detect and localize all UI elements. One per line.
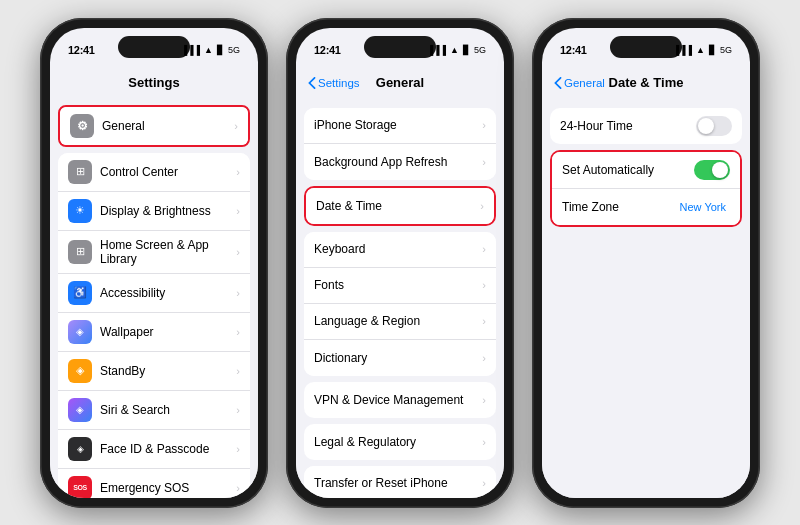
nav-title-3: Date & Time	[609, 75, 684, 90]
settings-item-accessibility[interactable]: ♿ Accessibility ›	[58, 274, 250, 313]
wallpaper-label: Wallpaper	[100, 325, 232, 339]
wifi-icon-2: ▲	[450, 45, 459, 55]
settings-item-general[interactable]: ⚙ General ›	[60, 107, 248, 145]
transfer-label: Transfer or Reset iPhone	[314, 476, 482, 490]
24hour-toggle-knob	[698, 118, 714, 134]
signal-icon: ▐▐▐	[181, 45, 200, 55]
nav-back-label-3: General	[564, 77, 605, 89]
signal-icon-3: ▐▐▐	[673, 45, 692, 55]
settings-list-2[interactable]: iPhone Storage › Background App Refresh …	[296, 102, 504, 498]
set-auto-toggle-knob	[712, 162, 728, 178]
timezone-label: Time Zone	[562, 200, 680, 214]
general-group-4: Legal & Regulatory ›	[304, 424, 496, 460]
24hour-label: 24-Hour Time	[560, 119, 696, 133]
general-chevron: ›	[234, 120, 238, 132]
general-item-fonts[interactable]: Fonts ›	[304, 268, 496, 304]
network-5g-2: 5G	[474, 45, 486, 55]
iphone-storage-label: iPhone Storage	[314, 118, 482, 132]
datetime-group-1: 24-Hour Time	[550, 108, 742, 144]
signal-icon-2: ▐▐▐	[427, 45, 446, 55]
vpn-label: VPN & Device Management	[314, 393, 482, 407]
settings-item-siri[interactable]: ◈ Siri & Search ›	[58, 391, 250, 430]
settings-item-standby[interactable]: ◈ StandBy ›	[58, 352, 250, 391]
sos-label: Emergency SOS	[100, 481, 232, 495]
date-time-highlighted: Date & Time ›	[304, 186, 496, 226]
general-group-2b: Keyboard › Fonts › Language & Region › D…	[304, 232, 496, 376]
battery-icon-3: ▊	[709, 45, 716, 55]
settings-item-sos[interactable]: SOS Emergency SOS ›	[58, 469, 250, 498]
network-label: 5G	[228, 45, 240, 55]
nav-title-2: General	[376, 75, 424, 90]
datetime-item-24hour[interactable]: 24-Hour Time	[550, 108, 742, 144]
nav-back-label-2: Settings	[318, 77, 360, 89]
network-5g-3: 5G	[720, 45, 732, 55]
nav-back-3[interactable]: General	[554, 77, 605, 89]
settings-item-control-center[interactable]: ⊞ Control Center ›	[58, 153, 250, 192]
nav-bar-2: Settings General	[296, 64, 504, 102]
general-icon: ⚙	[70, 114, 94, 138]
general-item-transfer[interactable]: Transfer or Reset iPhone ›	[304, 466, 496, 498]
fonts-label: Fonts	[314, 278, 482, 292]
status-time-1: 12:41	[68, 44, 95, 56]
status-icons-1: ▐▐▐ ▲ ▊ 5G	[181, 45, 240, 55]
status-time-3: 12:41	[560, 44, 587, 56]
status-icons-2: ▐▐▐ ▲ ▊ 5G	[427, 45, 486, 55]
general-label: General	[102, 119, 230, 133]
general-item-vpn[interactable]: VPN & Device Management ›	[304, 382, 496, 418]
general-group-3: VPN & Device Management ›	[304, 382, 496, 418]
nav-bar-3: General Date & Time	[542, 64, 750, 102]
siri-label: Siri & Search	[100, 403, 232, 417]
status-bar-1: 12:41 ▐▐▐ ▲ ▊ 5G	[50, 28, 258, 64]
status-bar-3: 12:41 ▐▐▐ ▲ ▊ 5G	[542, 28, 750, 64]
wifi-icon: ▲	[204, 45, 213, 55]
control-center-icon: ⊞	[68, 160, 92, 184]
phone-3-screen: 12:41 ▐▐▐ ▲ ▊ 5G General Date & Time 24-…	[542, 28, 750, 498]
settings-item-wallpaper[interactable]: ◈ Wallpaper ›	[58, 313, 250, 352]
display-icon: ☀	[68, 199, 92, 223]
nav-back-2[interactable]: Settings	[308, 77, 360, 89]
settings-item-faceid[interactable]: ◈ Face ID & Passcode ›	[58, 430, 250, 469]
bg-refresh-label: Background App Refresh	[314, 155, 482, 169]
home-screen-icon: ⊞	[68, 240, 92, 264]
settings-item-home-screen[interactable]: ⊞ Home Screen & App Library ›	[58, 231, 250, 274]
nav-title-1: Settings	[128, 75, 179, 90]
standby-label: StandBy	[100, 364, 232, 378]
sos-icon: SOS	[68, 476, 92, 498]
display-label: Display & Brightness	[100, 204, 232, 218]
legal-label: Legal & Regulatory	[314, 435, 482, 449]
general-group-1: iPhone Storage › Background App Refresh …	[304, 108, 496, 180]
general-item-bg-refresh[interactable]: Background App Refresh ›	[304, 144, 496, 180]
faceid-icon: ◈	[68, 437, 92, 461]
battery-icon: ▊	[217, 45, 224, 55]
dictionary-label: Dictionary	[314, 351, 482, 365]
siri-icon: ◈	[68, 398, 92, 422]
status-time-2: 12:41	[314, 44, 341, 56]
general-item-language[interactable]: Language & Region ›	[304, 304, 496, 340]
status-bar-2: 12:41 ▐▐▐ ▲ ▊ 5G	[296, 28, 504, 64]
datetime-item-timezone[interactable]: Time Zone New York	[552, 189, 740, 225]
general-item-dictionary[interactable]: Dictionary ›	[304, 340, 496, 376]
language-label: Language & Region	[314, 314, 482, 328]
settings-list-1[interactable]: ⚙ General › ⊞ Control Center › ☀ Display…	[50, 102, 258, 498]
settings-list-3[interactable]: 24-Hour Time Set Automatically Time Zone…	[542, 102, 750, 498]
general-item-keyboard[interactable]: Keyboard ›	[304, 232, 496, 268]
accessibility-label: Accessibility	[100, 286, 232, 300]
datetime-item-set-auto[interactable]: Set Automatically	[552, 152, 740, 189]
24hour-toggle[interactable]	[696, 116, 732, 136]
timezone-value: New York	[680, 201, 726, 213]
set-auto-toggle[interactable]	[694, 160, 730, 180]
datetime-label: Date & Time	[316, 199, 480, 213]
keyboard-label: Keyboard	[314, 242, 482, 256]
general-item-legal[interactable]: Legal & Regulatory ›	[304, 424, 496, 460]
phone-2: 12:41 ▐▐▐ ▲ ▊ 5G Settings General iPhone…	[286, 18, 514, 508]
general-group-5: Transfer or Reset iPhone › Shut Down	[304, 466, 496, 498]
general-item-datetime[interactable]: Date & Time ›	[306, 188, 494, 224]
settings-item-display[interactable]: ☀ Display & Brightness ›	[58, 192, 250, 231]
phone-1: 12:41 ▐▐▐ ▲ ▊ 5G Settings ⚙ General ›	[40, 18, 268, 508]
phone-1-screen: 12:41 ▐▐▐ ▲ ▊ 5G Settings ⚙ General ›	[50, 28, 258, 498]
settings-group-2: ⊞ Control Center › ☀ Display & Brightnes…	[58, 153, 250, 498]
nav-bar-1: Settings	[50, 64, 258, 102]
standby-icon: ◈	[68, 359, 92, 383]
general-item-iphone-storage[interactable]: iPhone Storage ›	[304, 108, 496, 144]
phone-3: 12:41 ▐▐▐ ▲ ▊ 5G General Date & Time 24-…	[532, 18, 760, 508]
